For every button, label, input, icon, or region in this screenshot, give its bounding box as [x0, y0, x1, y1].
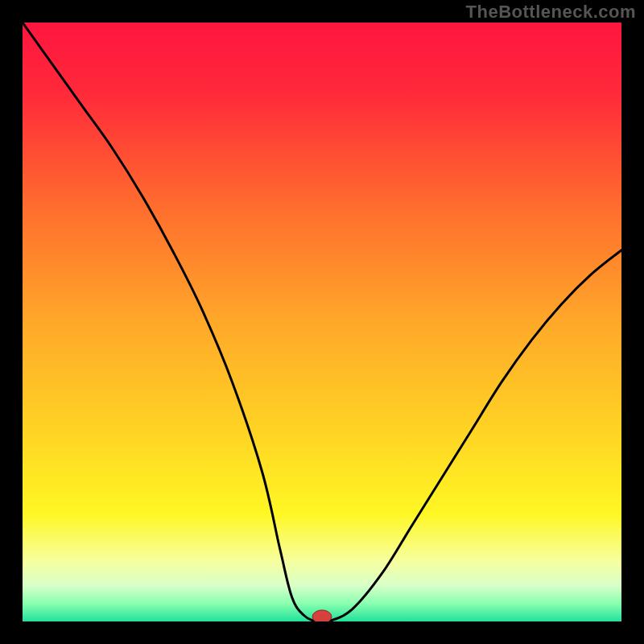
chart-frame: TheBottleneck.com: [0, 0, 644, 644]
gradient-background: [23, 23, 621, 621]
optimal-point-marker: [312, 610, 332, 621]
plot-area: [23, 23, 621, 621]
chart-svg: [23, 23, 621, 621]
watermark-text: TheBottleneck.com: [466, 2, 636, 23]
